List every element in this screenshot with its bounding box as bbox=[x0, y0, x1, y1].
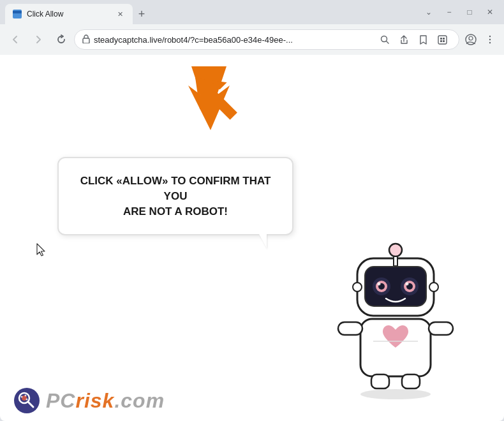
bookmark-icon-button[interactable] bbox=[414, 31, 432, 48]
svg-rect-22 bbox=[429, 322, 453, 335]
svg-rect-19 bbox=[371, 374, 389, 388]
svg-rect-6 bbox=[440, 40, 442, 42]
svg-rect-4 bbox=[440, 38, 442, 40]
new-tab-button[interactable]: + bbox=[133, 5, 151, 23]
svg-point-45 bbox=[25, 395, 27, 397]
speech-bubble: CLICK «ALLOW» TO CONFIRM THAT YOU ARE NO… bbox=[57, 157, 293, 235]
back-button[interactable] bbox=[5, 29, 26, 50]
svg-rect-20 bbox=[402, 374, 420, 388]
minimize-button[interactable]: − bbox=[440, 3, 458, 21]
svg-point-17 bbox=[360, 389, 431, 399]
svg-point-35 bbox=[406, 283, 409, 286]
svg-point-9 bbox=[469, 36, 473, 40]
url-text: steadycaptcha.live/robot4/?c=bea56a00-e3… bbox=[94, 35, 372, 45]
menu-button[interactable] bbox=[481, 31, 499, 48]
address-bar[interactable]: steadycaptcha.live/robot4/?c=bea56a00-e3… bbox=[74, 29, 459, 50]
title-bar: Click Allow ✕ + ⌄ − □ ✕ bbox=[0, 0, 504, 24]
tab-title: Click Allow bbox=[27, 10, 110, 18]
svg-rect-3 bbox=[438, 36, 447, 44]
svg-point-37 bbox=[429, 283, 438, 292]
watermark: PCrisk.com bbox=[13, 387, 165, 415]
svg-point-25 bbox=[389, 244, 402, 256]
svg-point-44 bbox=[21, 396, 23, 398]
active-tab[interactable]: Click Allow ✕ bbox=[5, 4, 133, 24]
extensions-icon-button[interactable] bbox=[433, 31, 451, 48]
share-icon-button[interactable] bbox=[395, 31, 413, 48]
svg-rect-21 bbox=[338, 322, 362, 335]
search-icon-button[interactable] bbox=[376, 31, 394, 48]
reload-button[interactable] bbox=[51, 29, 71, 50]
bubble-text: CLICK «ALLOW» TO CONFIRM THAT YOU ARE NO… bbox=[77, 174, 274, 219]
close-button[interactable]: ✕ bbox=[481, 3, 499, 21]
svg-line-2 bbox=[387, 41, 389, 44]
watermark-text: PCrisk.com bbox=[46, 389, 165, 413]
tabs-area: Click Allow ✕ + bbox=[5, 0, 417, 24]
svg-point-12 bbox=[489, 42, 491, 43]
chrome-window: Click Allow ✕ + ⌄ − □ ✕ steadycaptcha.li… bbox=[0, 0, 504, 421]
profile-button[interactable] bbox=[462, 31, 480, 48]
robot-illustration bbox=[325, 223, 466, 402]
lock-icon bbox=[82, 34, 90, 45]
toolbar: steadycaptcha.live/robot4/?c=bea56a00-e3… bbox=[0, 24, 504, 55]
pcrisk-logo bbox=[13, 387, 41, 415]
tab-close-button[interactable]: ✕ bbox=[115, 9, 125, 19]
svg-point-36 bbox=[353, 283, 362, 292]
svg-rect-0 bbox=[83, 38, 89, 43]
svg-rect-5 bbox=[443, 38, 445, 40]
svg-point-11 bbox=[489, 39, 491, 40]
mouse-cursor bbox=[35, 243, 48, 258]
chevron-down-button[interactable]: ⌄ bbox=[420, 3, 438, 21]
svg-rect-7 bbox=[443, 40, 445, 42]
page-content: CLICK «ALLOW» TO CONFIRM THAT YOU ARE NO… bbox=[0, 55, 504, 421]
address-actions bbox=[376, 31, 451, 48]
svg-point-34 bbox=[378, 283, 381, 286]
forward-button[interactable] bbox=[28, 29, 48, 50]
svg-point-46 bbox=[26, 399, 28, 401]
toolbar-actions bbox=[462, 31, 499, 48]
window-controls: ⌄ − □ ✕ bbox=[420, 3, 499, 21]
svg-rect-26 bbox=[394, 256, 397, 266]
svg-point-10 bbox=[489, 36, 491, 37]
svg-rect-15 bbox=[203, 85, 237, 120]
maximize-button[interactable]: □ bbox=[461, 3, 478, 21]
orange-arrow bbox=[188, 64, 252, 141]
tab-favicon bbox=[13, 10, 22, 18]
